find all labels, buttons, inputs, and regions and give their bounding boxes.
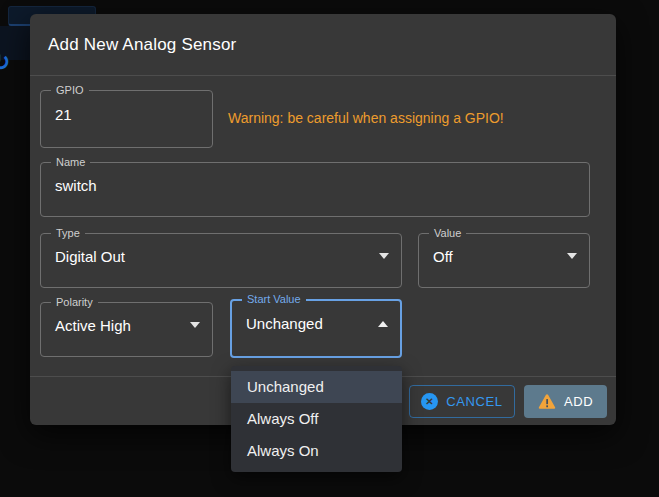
menu-item-always-off[interactable]: Always Off	[231, 403, 402, 435]
chevron-up-icon	[378, 321, 388, 327]
polarity-select[interactable]: Polarity Active High	[40, 297, 213, 357]
start-value-label: Start Value	[242, 294, 306, 305]
start-value-select[interactable]: Start Value Unchanged	[230, 294, 402, 358]
start-value-menu: Unchanged Always Off Always On	[231, 366, 402, 472]
gpio-warning-text: Warning: be careful when assigning a GPI…	[228, 110, 504, 126]
name-input[interactable]	[55, 177, 577, 194]
add-sensor-dialog: Add New Analog Sensor GPIO Warning: be c…	[30, 14, 616, 425]
polarity-label: Polarity	[51, 297, 98, 308]
name-label: Name	[51, 157, 90, 168]
warning-triangle-icon	[538, 394, 556, 410]
gpio-field[interactable]: GPIO	[40, 85, 213, 148]
polarity-value: Active High	[55, 317, 131, 334]
dialog-header: Add New Analog Sensor	[30, 14, 616, 76]
type-value: Digital Out	[55, 248, 125, 265]
menu-item-always-on[interactable]: Always On	[231, 435, 402, 467]
menu-item-unchanged[interactable]: Unchanged	[231, 371, 402, 403]
name-field[interactable]: Name	[40, 157, 590, 217]
value-select[interactable]: Value Off	[418, 228, 590, 288]
chevron-down-icon	[190, 322, 200, 328]
add-button[interactable]: ADD	[524, 385, 607, 418]
cancel-button-label: CANCEL	[446, 394, 502, 409]
gpio-input[interactable]	[55, 106, 200, 123]
value-label: Value	[429, 228, 466, 239]
start-value-value: Unchanged	[246, 315, 323, 332]
dialog-title: Add New Analog Sensor	[30, 35, 237, 55]
gpio-label: GPIO	[51, 85, 89, 96]
chevron-down-icon	[379, 253, 389, 259]
add-button-label: ADD	[564, 394, 593, 409]
screen: ↻ Add New Analog Sensor GPIO Warning: be…	[0, 0, 659, 497]
cancel-button[interactable]: ✕ CANCEL	[409, 385, 515, 418]
chevron-down-icon	[567, 253, 577, 259]
type-label: Type	[51, 228, 85, 239]
value-value: Off	[433, 248, 453, 265]
type-select[interactable]: Type Digital Out	[40, 228, 402, 288]
refresh-icon: ↻	[0, 48, 19, 76]
cancel-circle-icon: ✕	[421, 393, 438, 410]
